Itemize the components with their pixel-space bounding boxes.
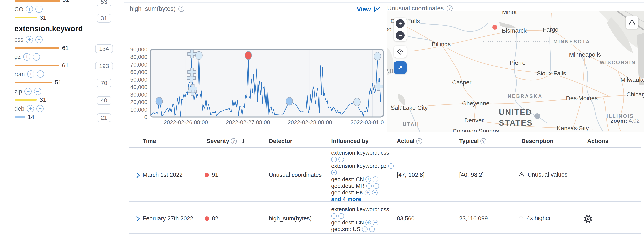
anomaly-marker-red[interactable] (245, 52, 252, 60)
add-filter-icon[interactable]: + (24, 88, 32, 95)
influencer-line: geo.src: US+− (331, 226, 389, 232)
expand-map-button[interactable] (394, 61, 406, 74)
anomaly-marker-light[interactable] (374, 52, 381, 60)
influencer-label: deb (14, 105, 24, 112)
add-filter-icon[interactable]: + (26, 36, 33, 43)
anomaly-marker-light[interactable] (354, 98, 360, 106)
cell-influenced-by: extension.keyword: css+−geo.dest: CN+−ge… (331, 206, 389, 232)
y-tick-label: 50,000 (130, 77, 147, 83)
remove-filter-icon[interactable]: − (369, 226, 375, 232)
severity-dot (204, 216, 209, 221)
influencer-value: 51 (55, 79, 62, 86)
add-filter-icon[interactable]: + (365, 220, 371, 225)
row-actions-button[interactable] (584, 214, 592, 223)
add-filter-icon[interactable]: + (388, 163, 394, 169)
view-chart-button[interactable]: View (357, 6, 381, 13)
state-label: WISCONSIN (600, 60, 636, 65)
zoom-in-button[interactable] (394, 18, 406, 30)
influencer-count-badge: 31 (97, 14, 111, 23)
cell-detector: high_sum(bytes) (269, 215, 312, 222)
remove-filter-icon[interactable]: − (338, 213, 344, 219)
influencer-bar (15, 17, 37, 19)
fit-to-data-button[interactable] (394, 46, 406, 58)
add-filter-icon[interactable]: + (26, 6, 33, 13)
remove-filter-icon[interactable]: − (37, 70, 44, 78)
zoom-value: 4.02 (629, 118, 640, 124)
remove-filter-icon[interactable]: − (372, 220, 378, 225)
y-tick-label: 20,000 (130, 99, 147, 105)
y-tick-label: 60,000 (130, 69, 147, 75)
cell-description: 4x higher (518, 215, 551, 221)
city-label: Billings (432, 41, 450, 48)
view-chart-label: View (357, 6, 371, 13)
anomaly-marker-blue[interactable] (156, 97, 162, 105)
map-typical-dot[interactable] (534, 113, 540, 119)
influencer-value: 14 (28, 114, 34, 120)
city-label: so (387, 26, 392, 33)
severity-value: 91 (212, 172, 218, 178)
remove-filter-icon[interactable]: − (36, 6, 43, 13)
column-header-typical: Typical? (459, 138, 486, 144)
y-tick-label: 10,000 (130, 107, 147, 113)
add-filter-icon[interactable]: + (331, 213, 337, 219)
cell-typical: 23,116.099 (459, 215, 488, 222)
influencer-value: 61 (62, 62, 69, 69)
city-label: Bismarck (502, 27, 526, 34)
column-header-severity[interactable]: Severity? (206, 138, 246, 144)
remove-filter-icon[interactable]: − (36, 36, 43, 43)
influencer-bar (15, 65, 59, 66)
influencer-label: css (14, 36, 24, 43)
plus-icon (396, 19, 404, 28)
add-filter-icon[interactable]: + (23, 53, 30, 61)
y-tick-label: 0 (144, 114, 147, 120)
remove-filter-icon[interactable]: − (33, 53, 40, 61)
influencer-count-badge: 40 (97, 96, 111, 105)
y-tick-label: 40,000 (130, 84, 147, 90)
add-filter-icon[interactable]: + (365, 176, 371, 182)
anomaly-marker-light[interactable] (196, 52, 202, 60)
anomaly-marker-blue[interactable] (286, 97, 293, 105)
info-icon: ? (480, 138, 486, 144)
influencer-line: geo.dest: CN+− (331, 176, 394, 182)
influencer-text: geo.dest: MR (331, 183, 364, 189)
add-filter-icon[interactable]: + (27, 105, 34, 112)
severity-value: 82 (212, 215, 218, 222)
expand-row-button[interactable] (134, 172, 141, 179)
y-tick-label: 30,000 (130, 92, 147, 98)
remove-filter-icon[interactable]: − (331, 170, 337, 175)
expand-row-button[interactable] (134, 215, 141, 223)
cell-detector: Unusual coordinates (269, 172, 322, 178)
remove-filter-icon[interactable]: − (373, 183, 379, 189)
column-header-label: Time (142, 138, 156, 144)
add-filter-icon[interactable]: + (331, 157, 337, 162)
zoom-label: zoom: (610, 118, 627, 124)
y-tick-label: 90,000 (130, 47, 147, 53)
map-warning-button[interactable] (626, 16, 638, 29)
add-filter-icon[interactable]: + (365, 190, 370, 195)
remove-filter-icon[interactable]: − (372, 190, 378, 195)
info-icon: ? (446, 6, 452, 12)
influencer-line: geo.dest: MR+− (331, 182, 394, 189)
row-divider (129, 233, 640, 234)
remove-filter-icon[interactable]: − (372, 176, 378, 182)
cell-description: Unusual values (518, 171, 567, 178)
add-filter-icon[interactable]: + (362, 226, 368, 232)
add-filter-icon[interactable]: + (27, 70, 34, 78)
remove-filter-icon[interactable]: − (34, 88, 41, 95)
add-filter-icon[interactable]: + (366, 183, 372, 189)
header-divider (129, 147, 640, 148)
cell-actual: [47,-102.8] (397, 172, 424, 178)
cell-time: February 27th 2022 (142, 215, 193, 222)
unusual-coordinates-map[interactable]: MinotGreat FallssoBismarckFargoBillingsM… (387, 11, 644, 132)
map-anomaly-dot[interactable] (492, 25, 497, 30)
remove-filter-icon[interactable]: − (338, 157, 344, 162)
influencer-row-header: deb+− (14, 105, 44, 112)
zoom-out-button[interactable] (394, 30, 406, 41)
influencer-value: 31 (40, 96, 46, 103)
column-header-time[interactable]: Time (142, 138, 156, 144)
remove-filter-icon[interactable]: − (36, 105, 44, 112)
gear-icon (584, 214, 592, 223)
great-salt-lake (398, 94, 405, 105)
anomaly-timeseries-plot[interactable]: 2022-02-26 08:002022-02-27 08:002022-02-… (124, 45, 384, 131)
severity-dot (204, 173, 209, 177)
